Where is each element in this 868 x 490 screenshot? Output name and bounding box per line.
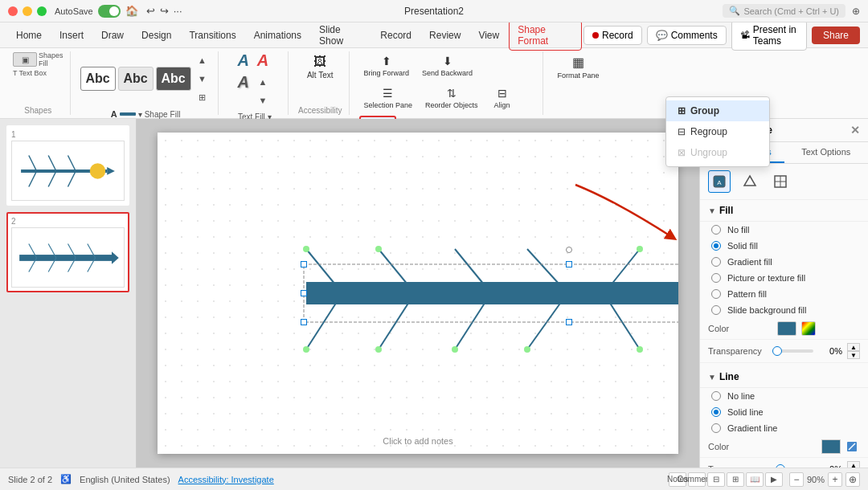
shape-styles-expand[interactable]: ⊞ (194, 88, 211, 106)
slide-bg-fill-option[interactable]: Slide background fill (700, 302, 868, 318)
menu-view[interactable]: View (470, 27, 507, 44)
share-button[interactable]: Share (812, 27, 860, 44)
share-options-icon[interactable]: ⊕ (852, 6, 860, 17)
no-fill-radio[interactable] (711, 225, 721, 235)
search-bar[interactable]: 🔍 Search (Cmd + Ctrl + U) (723, 4, 845, 18)
no-line-radio[interactable] (711, 391, 721, 401)
bring-forward-btn[interactable]: ⬆ Bring Forward (359, 51, 415, 80)
redo-icon[interactable]: ↪ (160, 5, 169, 17)
menu-slideshow[interactable]: Slide Show (311, 21, 371, 50)
close-window-button[interactable] (8, 6, 18, 16)
menu-shape-format[interactable]: Shape Format (509, 20, 582, 51)
pattern-fill-option[interactable]: Pattern fill (700, 286, 868, 302)
handle-bl[interactable] (301, 319, 307, 325)
autosave-toggle[interactable] (98, 5, 121, 18)
wordart-more-up[interactable]: ▲ (254, 73, 272, 91)
picture-fill-option[interactable]: Picture or texture fill (700, 270, 868, 286)
text-fill-A[interactable]: A (238, 51, 249, 70)
normal-view-btn[interactable]: ⊟ (707, 472, 725, 487)
line-color-picker[interactable] (844, 439, 860, 454)
line-transparency-up[interactable]: ▲ (847, 461, 860, 468)
dropdown-regroup[interactable]: ⊟ Regroup (666, 121, 769, 142)
no-fill-option[interactable]: No fill (700, 222, 868, 238)
align-btn[interactable]: ⊟ Align (486, 84, 518, 112)
menu-transitions[interactable]: Transitions (181, 27, 244, 44)
shape-style-1[interactable]: Abc (80, 67, 116, 91)
text-fill-A2[interactable]: A (238, 73, 249, 92)
comments-button[interactable]: 💬 Comments (647, 26, 727, 45)
reading-view-btn[interactable]: 📖 (746, 472, 764, 487)
gradient-fill-radio[interactable] (711, 257, 721, 267)
minimize-window-button[interactable] (23, 6, 32, 16)
menu-animations[interactable]: Animations (246, 27, 309, 44)
line-section-header[interactable]: ▼ Line (700, 366, 868, 388)
fill-transparency-stepper[interactable]: ▲ ▼ (847, 343, 860, 359)
shape-style-2[interactable]: Abc (118, 67, 154, 91)
send-backward-btn[interactable]: ⬇ Send Backward (417, 51, 477, 80)
zoom-in-btn[interactable]: + (828, 472, 842, 487)
zoom-out-btn[interactable]: − (789, 472, 804, 487)
slide-thumbnail-2[interactable]: 2 (6, 212, 129, 292)
dropdown-group[interactable]: ⊞ Group (666, 100, 769, 121)
size-position-icon-btn[interactable] (769, 170, 792, 193)
fill-transparency-slider[interactable] (777, 349, 813, 353)
fill-color-swatch[interactable] (777, 321, 796, 336)
menu-insert[interactable]: Insert (51, 27, 92, 44)
shape-fill-btn[interactable]: A ▾ Shape Fill (111, 109, 181, 119)
slide-bg-fill-radio[interactable] (711, 305, 721, 315)
solid-fill-radio[interactable] (711, 241, 721, 251)
line-transparency-stepper[interactable]: ▲ ▼ (847, 461, 860, 468)
geometry-icon-btn[interactable] (739, 170, 761, 193)
text-fill-A3[interactable]: A (257, 51, 268, 70)
presenter-view-btn[interactable]: ▶ (765, 472, 783, 487)
accessibility-label[interactable]: Accessibility: Investigate (178, 475, 274, 484)
format-pane-btn[interactable]: ▦ Format Pane (553, 51, 604, 83)
shape-style-3[interactable]: Abc (156, 67, 191, 91)
menu-record[interactable]: Record (372, 27, 420, 44)
gradient-line-option[interactable]: Gradient line (700, 420, 868, 436)
slide-canvas[interactable]: Click to add notes (158, 133, 678, 454)
shapes-icon[interactable]: ▣ (13, 52, 37, 67)
canvas-area[interactable]: Click to add notes (137, 119, 699, 468)
maximize-window-button[interactable] (37, 6, 47, 16)
slide-sorter-btn[interactable]: ⊞ (727, 472, 744, 487)
wordart-more-down[interactable]: ▼ (254, 92, 272, 109)
solid-line-radio[interactable] (711, 407, 721, 417)
fill-color-picker[interactable] (801, 321, 816, 336)
home-icon[interactable]: 🏠 (125, 5, 138, 17)
shape-styles-more-down[interactable]: ▼ (194, 70, 211, 88)
shape-styles-more-up[interactable]: ▲ (194, 51, 211, 69)
handle-ml[interactable] (301, 290, 307, 296)
menu-review[interactable]: Review (421, 27, 469, 44)
menu-draw[interactable]: Draw (93, 27, 132, 44)
alt-text-btn[interactable]: 🖼 Alt Text (302, 51, 338, 83)
picture-fill-radio[interactable] (711, 273, 721, 283)
menu-home[interactable]: Home (8, 27, 50, 44)
handle-bm[interactable] (566, 319, 572, 325)
more-icon[interactable]: ··· (174, 5, 182, 17)
fill-transparency-up[interactable]: ▲ (847, 343, 860, 351)
fill-effects-icon-btn[interactable]: A (708, 170, 731, 193)
fit-slide-btn[interactable]: ⊕ (845, 472, 860, 487)
present-in-teams-button[interactable]: 📽 Present in Teams (731, 20, 807, 51)
comments-status-btn[interactable]: Comments (688, 472, 706, 487)
menu-design[interactable]: Design (133, 27, 179, 44)
tab-text-options[interactable]: Text Options (784, 142, 869, 163)
undo-icon[interactable]: ↩ (146, 5, 155, 17)
no-line-option[interactable]: No line (700, 388, 868, 404)
fill-transparency-down[interactable]: ▼ (847, 351, 860, 359)
slide-thumbnail-1[interactable]: 1 (6, 125, 129, 206)
gradient-fill-option[interactable]: Gradient fill (700, 254, 868, 270)
pattern-fill-radio[interactable] (711, 289, 721, 299)
rotate-handle[interactable] (566, 247, 572, 253)
fill-section-header[interactable]: ▼ Fill (700, 200, 868, 222)
gradient-line-radio[interactable] (711, 423, 721, 433)
solid-fill-option[interactable]: Solid fill (700, 238, 868, 254)
solid-line-option[interactable]: Solid line (700, 404, 868, 420)
line-color-swatch[interactable] (821, 439, 841, 454)
reorder-objects-btn[interactable]: ⇅ Reorder Objects (420, 84, 483, 112)
close-panel-button[interactable]: ✕ (850, 124, 860, 137)
handle-tm[interactable] (566, 261, 572, 267)
record-button[interactable]: Record (583, 26, 642, 45)
selection-pane-btn[interactable]: ☰ Selection Pane (359, 84, 418, 112)
